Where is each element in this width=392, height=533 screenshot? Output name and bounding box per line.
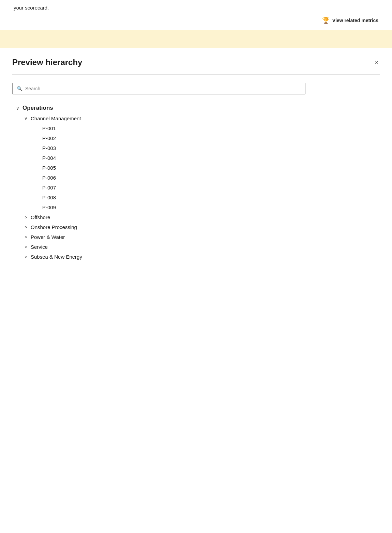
intro-text: your scorecard. bbox=[0, 0, 392, 11]
chevron-right-icon bbox=[23, 244, 29, 249]
tree-container: Operations Channel Management P-001 P-00… bbox=[12, 103, 380, 262]
tree-item-p006[interactable]: P-006 bbox=[42, 173, 380, 183]
tree-item-label-channel-management: Channel Management bbox=[31, 116, 81, 121]
tree-item-p002[interactable]: P-002 bbox=[42, 133, 380, 143]
search-box[interactable]: 🔍 bbox=[12, 83, 305, 94]
chevron-right-icon bbox=[23, 254, 29, 259]
trophy-icon: 🏆 bbox=[322, 17, 330, 24]
panel-title: Preview hierarchy bbox=[12, 58, 82, 67]
tree-item-p007[interactable]: P-007 bbox=[42, 183, 380, 193]
chevron-right-icon bbox=[23, 234, 29, 240]
yellow-banner bbox=[0, 30, 392, 48]
panel-header: Preview hierarchy × bbox=[12, 58, 380, 67]
tree-item-p003[interactable]: P-003 bbox=[42, 143, 380, 153]
chevron-right-icon bbox=[23, 215, 29, 220]
tree-item-p001[interactable]: P-001 bbox=[42, 123, 380, 133]
chevron-down-icon bbox=[15, 106, 20, 111]
divider bbox=[12, 74, 380, 75]
tree-item-label-onshore-processing: Onshore Processing bbox=[31, 224, 77, 230]
tree-item-label-service: Service bbox=[31, 244, 48, 250]
tree-item-label-p008: P-008 bbox=[42, 195, 56, 200]
view-related-label: View related metrics bbox=[332, 18, 378, 23]
top-bar: 🏆 View related metrics bbox=[0, 11, 392, 30]
search-input[interactable] bbox=[25, 86, 301, 91]
view-related-button[interactable]: 🏆 View related metrics bbox=[322, 17, 378, 24]
tree-item-p005[interactable]: P-005 bbox=[42, 163, 380, 173]
close-button[interactable]: × bbox=[373, 58, 380, 67]
tree-item-label-p009: P-009 bbox=[42, 204, 56, 210]
search-icon: 🔍 bbox=[17, 86, 22, 91]
tree-item-channel-management[interactable]: Channel Management bbox=[23, 113, 380, 123]
tree-item-label-p006: P-006 bbox=[42, 175, 56, 181]
tree-item-p004[interactable]: P-004 bbox=[42, 153, 380, 163]
tree-item-label-p005: P-005 bbox=[42, 165, 56, 171]
tree-item-label-offshore: Offshore bbox=[31, 214, 50, 220]
tree-item-p008[interactable]: P-008 bbox=[42, 193, 380, 202]
tree-item-offshore[interactable]: Offshore bbox=[23, 212, 380, 222]
tree-item-operations[interactable]: Operations bbox=[15, 103, 380, 113]
tree-item-p009[interactable]: P-009 bbox=[42, 202, 380, 212]
tree-item-label-operations: Operations bbox=[22, 105, 53, 111]
tree-item-label-p002: P-002 bbox=[42, 135, 56, 141]
chevron-right-icon bbox=[23, 225, 29, 230]
panel-container: Preview hierarchy × 🔍 Operations Channel… bbox=[0, 48, 392, 508]
tree-item-label-p003: P-003 bbox=[42, 145, 56, 151]
tree-item-power-water[interactable]: Power & Water bbox=[23, 232, 380, 242]
tree-item-label-subsea-new-energy: Subsea & New Energy bbox=[31, 254, 82, 260]
tree-item-onshore-processing[interactable]: Onshore Processing bbox=[23, 222, 380, 232]
tree-item-label-power-water: Power & Water bbox=[31, 234, 65, 240]
close-icon: × bbox=[375, 59, 378, 66]
chevron-down-icon bbox=[23, 116, 29, 121]
tree-item-label-p004: P-004 bbox=[42, 155, 56, 161]
tree-item-service[interactable]: Service bbox=[23, 242, 380, 252]
tree-item-label-p007: P-007 bbox=[42, 185, 56, 191]
tree-item-subsea-new-energy[interactable]: Subsea & New Energy bbox=[23, 252, 380, 262]
tree-item-label-p001: P-001 bbox=[42, 125, 56, 131]
